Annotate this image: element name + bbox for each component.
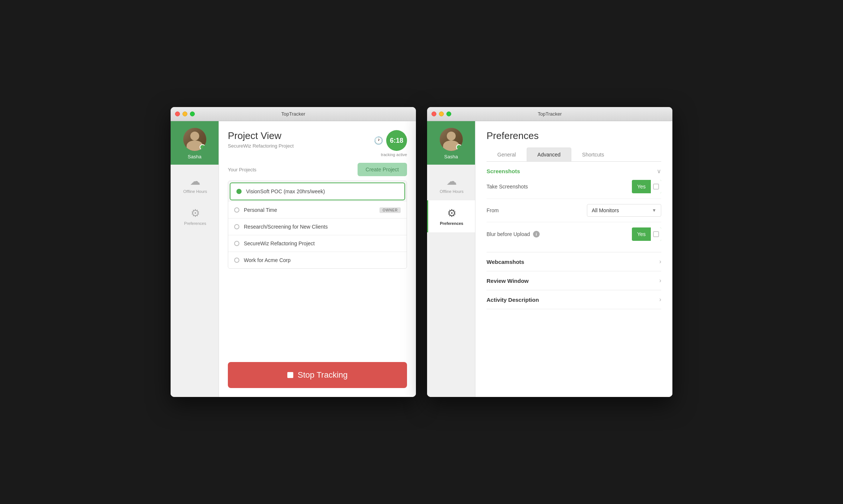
avatar-status-1 xyxy=(200,144,206,150)
project-subtitle: SecureWiz Refactoring Project xyxy=(228,143,294,149)
gear-icon-2: ⚙ xyxy=(447,207,456,219)
project-item-4[interactable]: Work for Acme Corp xyxy=(228,252,407,268)
projects-list: VisionSoft POC (max 20hrs/week) Personal… xyxy=(228,181,407,269)
activity-description-chevron-icon: › xyxy=(659,296,661,303)
minimize-button-2[interactable] xyxy=(439,112,444,116)
close-button-2[interactable] xyxy=(432,112,436,116)
from-dropdown-value: All Monitors xyxy=(592,207,619,213)
pref-row-blur: Blur before Upload i Yes xyxy=(487,222,661,246)
project-dot-4 xyxy=(234,258,239,263)
window-controls-2 xyxy=(432,112,451,116)
project-item-3[interactable]: SecureWiz Refactoring Project xyxy=(228,235,407,252)
project-name-2: Research/Screening for New Clients xyxy=(244,224,401,230)
pref-page-title: Preferences xyxy=(487,130,661,142)
projects-header: Your Projects Create Project xyxy=(228,163,407,176)
review-window-section-header[interactable]: Review Window › xyxy=(487,277,661,284)
sidebar-item-label-pref-1: Preferences xyxy=(184,221,206,226)
tab-shortcuts[interactable]: Shortcuts xyxy=(571,148,615,162)
sidebar-nav-1: ☁ Offline Hours ⚙ Preferences xyxy=(171,165,219,397)
window-preferences: TopTracker Sasha ☁ Offline Hours ⚙ Prefe… xyxy=(427,107,672,397)
review-window-title: Review Window xyxy=(487,278,529,284)
your-projects-label: Your Projects xyxy=(228,167,256,172)
take-screenshots-checkbox[interactable] xyxy=(651,180,661,193)
project-name-4: Work for Acme Corp xyxy=(244,257,401,263)
sidebar-item-label-pref-2: Preferences xyxy=(440,221,464,226)
avatar-1 xyxy=(183,128,206,151)
blur-checkbox[interactable] xyxy=(651,227,661,241)
maximize-button-2[interactable] xyxy=(446,112,451,116)
sidebar-item-label-offline-2: Offline Hours xyxy=(440,189,464,194)
stop-tracking-label: Stop Tracking xyxy=(298,370,348,380)
pref-tabs: General Advanced Shortcuts xyxy=(487,148,661,162)
timer-value: 6:18 xyxy=(390,137,403,145)
title-bar-1: TopTracker xyxy=(171,107,416,121)
owner-badge-1: OWNER xyxy=(379,207,401,213)
pref-section-review-window: Review Window › xyxy=(487,271,661,290)
review-window-chevron-icon: › xyxy=(659,277,661,284)
project-name-3: SecureWiz Refactoring Project xyxy=(244,240,401,246)
window-title-2: TopTracker xyxy=(538,111,562,117)
create-project-button[interactable]: Create Project xyxy=(358,163,407,176)
screenshots-chevron-icon: ∨ xyxy=(657,168,661,175)
webcamshots-section-header[interactable]: Webcamshots › xyxy=(487,258,661,265)
sidebar-nav-2: ☁ Offline Hours ⚙ Preferences xyxy=(427,165,475,397)
blur-label: Blur before Upload xyxy=(487,231,530,237)
clock-icon: 🕐 xyxy=(374,136,383,145)
stop-tracking-button[interactable]: Stop Tracking xyxy=(228,362,407,388)
webcamshots-title: Webcamshots xyxy=(487,259,524,265)
project-name-0: VisionSoft POC (max 20hrs/week) xyxy=(246,188,398,194)
title-bar-2: TopTracker xyxy=(427,107,672,121)
stop-icon xyxy=(287,372,293,378)
sidebar-user-section-2: Sasha xyxy=(427,121,475,165)
blur-checkbox-inner xyxy=(653,231,659,237)
project-item-0[interactable]: VisionSoft POC (max 20hrs/week) xyxy=(230,182,405,200)
sidebar-item-offline-hours-1[interactable]: ☁ Offline Hours xyxy=(171,168,219,200)
take-screenshots-control: Yes xyxy=(632,180,661,193)
activity-description-section-header[interactable]: Activity Description › xyxy=(487,296,661,303)
pref-section-activity-description: Activity Description › xyxy=(487,290,661,309)
take-screenshots-checkbox-inner xyxy=(653,184,659,190)
maximize-button-1[interactable] xyxy=(190,112,195,116)
projects-section: Your Projects Create Project VisionSoft … xyxy=(219,163,416,355)
window-body-1: Sasha ☁ Offline Hours ⚙ Preferences Proj… xyxy=(171,121,416,397)
tab-general[interactable]: General xyxy=(487,148,527,162)
info-icon[interactable]: i xyxy=(533,231,540,238)
pref-section-webcamshots: Webcamshots › xyxy=(487,252,661,271)
tab-advanced[interactable]: Advanced xyxy=(527,148,571,162)
project-name-1: Personal Time xyxy=(244,207,379,213)
gear-icon-1: ⚙ xyxy=(191,207,200,219)
cloud-icon-1: ☁ xyxy=(190,175,200,187)
project-item-2[interactable]: Research/Screening for New Clients xyxy=(228,219,407,235)
sidebar-user-section-1: Sasha xyxy=(171,121,219,165)
blur-toggle[interactable]: Yes xyxy=(632,227,661,241)
project-dot-2 xyxy=(234,224,239,229)
dropdown-arrow-icon: ▼ xyxy=(652,208,656,213)
pref-main: Preferences General Advanced Shortcuts xyxy=(475,121,672,397)
timer-circle: 6:18 xyxy=(386,130,407,151)
window-controls-1 xyxy=(175,112,195,116)
window-title-1: TopTracker xyxy=(281,111,306,117)
page-title-1: Project View xyxy=(228,130,294,142)
project-item-1[interactable]: Personal Time OWNER xyxy=(228,202,407,219)
sidebar-username-1: Sasha xyxy=(188,154,201,159)
take-screenshots-toggle[interactable]: Yes xyxy=(632,180,661,193)
sidebar-item-preferences-1[interactable]: ⚙ Preferences xyxy=(171,200,219,232)
activity-description-title: Activity Description xyxy=(487,297,539,303)
blur-control: Yes xyxy=(632,227,661,241)
screenshots-section-header[interactable]: Screenshots ∨ xyxy=(487,168,661,175)
from-label: From xyxy=(487,207,499,213)
blur-yes: Yes xyxy=(632,228,651,240)
minimize-button-1[interactable] xyxy=(183,112,187,116)
project-title-section: Project View SecureWiz Refactoring Proje… xyxy=(228,130,294,149)
sidebar-item-preferences-2[interactable]: ⚙ Preferences xyxy=(427,200,475,232)
close-button-1[interactable] xyxy=(175,112,180,116)
window-body-2: Sasha ☁ Offline Hours ⚙ Preferences Pref… xyxy=(427,121,672,397)
pref-section-screenshots: Screenshots ∨ Take Screenshots Yes xyxy=(487,162,661,252)
project-dot-1 xyxy=(234,207,239,213)
tracking-status: tracking active xyxy=(381,152,407,157)
pref-header: Preferences General Advanced Shortcuts xyxy=(475,121,672,162)
take-screenshots-yes: Yes xyxy=(632,181,651,193)
sidebar-username-2: Sasha xyxy=(444,154,458,159)
sidebar-item-offline-hours-2[interactable]: ☁ Offline Hours xyxy=(427,168,475,200)
from-dropdown[interactable]: All Monitors ▼ xyxy=(587,204,661,217)
